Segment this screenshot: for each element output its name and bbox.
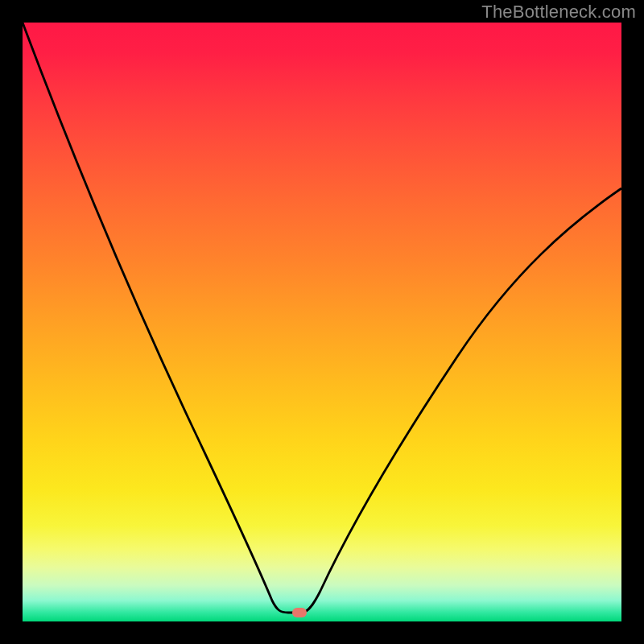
plot-area (23, 23, 621, 621)
optimum-marker (292, 608, 307, 617)
curve-svg (23, 23, 621, 621)
watermark-text: TheBottleneck.com (481, 2, 636, 23)
chart-frame: TheBottleneck.com (0, 0, 644, 644)
bottleneck-curve (23, 23, 621, 613)
